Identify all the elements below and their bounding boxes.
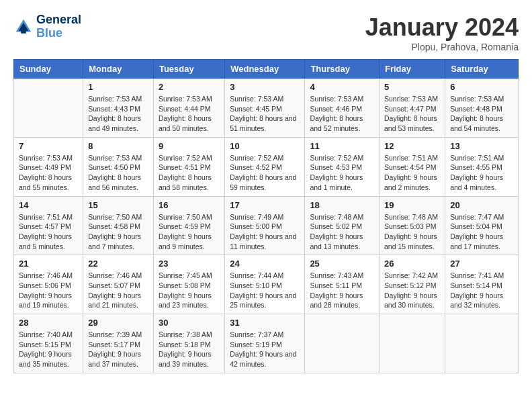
col-tuesday: Tuesday xyxy=(153,60,224,79)
calendar-cell: 15 Sunrise: 7:50 AMSunset: 4:58 PMDaylig… xyxy=(83,196,154,255)
day-info: Sunrise: 7:46 AMSunset: 5:07 PMDaylight:… xyxy=(88,271,148,310)
calendar-cell: 19 Sunrise: 7:48 AMSunset: 5:03 PMDaylig… xyxy=(379,196,445,255)
calendar-cell: 25 Sunrise: 7:43 AMSunset: 5:11 PMDaylig… xyxy=(305,255,380,314)
calendar-cell: 13 Sunrise: 7:51 AMSunset: 4:55 PMDaylig… xyxy=(445,137,519,196)
calendar-cell: 4 Sunrise: 7:53 AMSunset: 4:46 PMDayligh… xyxy=(305,79,380,138)
day-number: 2 xyxy=(159,82,220,92)
day-info: Sunrise: 7:49 AMSunset: 5:00 PMDaylight:… xyxy=(230,212,300,252)
calendar-cell: 21 Sunrise: 7:46 AMSunset: 5:06 PMDaylig… xyxy=(14,255,83,314)
calendar-cell: 29 Sunrise: 7:39 AMSunset: 5:17 PMDaylig… xyxy=(83,314,154,373)
day-number: 20 xyxy=(450,200,513,210)
day-info: Sunrise: 7:53 AMSunset: 4:46 PMDaylight:… xyxy=(310,94,374,134)
calendar-cell: 5 Sunrise: 7:53 AMSunset: 4:47 PMDayligh… xyxy=(379,79,445,138)
day-number: 24 xyxy=(230,259,300,269)
day-info: Sunrise: 7:53 AMSunset: 4:44 PMDaylight:… xyxy=(159,94,220,134)
day-info: Sunrise: 7:53 AMSunset: 4:50 PMDaylight:… xyxy=(88,153,148,193)
day-number: 18 xyxy=(310,200,374,210)
calendar-cell: 17 Sunrise: 7:49 AMSunset: 5:00 PMDaylig… xyxy=(225,196,305,255)
day-number: 15 xyxy=(88,200,148,210)
calendar-cell: 22 Sunrise: 7:46 AMSunset: 5:07 PMDaylig… xyxy=(83,255,154,314)
calendar-cell: 1 Sunrise: 7:53 AMSunset: 4:43 PMDayligh… xyxy=(83,79,154,138)
day-info: Sunrise: 7:42 AMSunset: 5:12 PMDaylight:… xyxy=(384,271,440,310)
calendar-cell: 26 Sunrise: 7:42 AMSunset: 5:12 PMDaylig… xyxy=(379,255,445,314)
day-number: 29 xyxy=(88,318,148,328)
day-info: Sunrise: 7:38 AMSunset: 5:18 PMDaylight:… xyxy=(159,330,220,369)
calendar-cell: 16 Sunrise: 7:50 AMSunset: 4:59 PMDaylig… xyxy=(153,196,224,255)
calendar-cell xyxy=(445,314,519,373)
col-wednesday: Wednesday xyxy=(225,60,305,79)
day-info: Sunrise: 7:45 AMSunset: 5:08 PMDaylight:… xyxy=(159,271,220,310)
day-info: Sunrise: 7:52 AMSunset: 4:51 PMDaylight:… xyxy=(159,153,220,193)
svg-rect-2 xyxy=(21,31,26,34)
day-info: Sunrise: 7:47 AMSunset: 5:04 PMDaylight:… xyxy=(450,212,513,252)
logo-icon xyxy=(13,17,34,37)
day-number: 28 xyxy=(19,318,78,328)
calendar-cell: 7 Sunrise: 7:53 AMSunset: 4:49 PMDayligh… xyxy=(14,137,83,196)
day-info: Sunrise: 7:48 AMSunset: 5:02 PMDaylight:… xyxy=(310,212,374,252)
calendar-header-row: Sunday Monday Tuesday Wednesday Thursday… xyxy=(14,60,519,79)
day-number: 23 xyxy=(159,259,220,269)
day-number: 21 xyxy=(19,259,78,269)
logo: General Blue xyxy=(13,13,81,40)
day-info: Sunrise: 7:53 AMSunset: 4:47 PMDaylight:… xyxy=(384,94,440,134)
day-info: Sunrise: 7:53 AMSunset: 4:43 PMDaylight:… xyxy=(88,94,148,134)
col-monday: Monday xyxy=(83,60,154,79)
logo-blue: Blue xyxy=(36,26,62,40)
calendar-week-5: 28 Sunrise: 7:40 AMSunset: 5:15 PMDaylig… xyxy=(14,314,519,373)
day-number: 10 xyxy=(230,141,300,151)
day-info: Sunrise: 7:51 AMSunset: 4:54 PMDaylight:… xyxy=(384,153,440,193)
day-number: 26 xyxy=(384,259,440,269)
day-number: 27 xyxy=(450,259,513,269)
calendar-cell: 3 Sunrise: 7:53 AMSunset: 4:45 PMDayligh… xyxy=(225,79,305,138)
calendar-week-4: 21 Sunrise: 7:46 AMSunset: 5:06 PMDaylig… xyxy=(14,255,519,314)
day-number: 3 xyxy=(230,82,300,92)
day-number: 19 xyxy=(384,200,440,210)
col-saturday: Saturday xyxy=(445,60,519,79)
day-info: Sunrise: 7:50 AMSunset: 4:58 PMDaylight:… xyxy=(88,212,148,252)
calendar-cell: 12 Sunrise: 7:51 AMSunset: 4:54 PMDaylig… xyxy=(379,137,445,196)
day-number: 12 xyxy=(384,141,440,151)
day-info: Sunrise: 7:53 AMSunset: 4:49 PMDaylight:… xyxy=(19,153,78,193)
day-number: 13 xyxy=(450,141,513,151)
calendar-cell: 11 Sunrise: 7:52 AMSunset: 4:53 PMDaylig… xyxy=(305,137,380,196)
day-number: 14 xyxy=(19,200,78,210)
day-info: Sunrise: 7:51 AMSunset: 4:57 PMDaylight:… xyxy=(19,212,78,252)
day-number: 9 xyxy=(159,141,220,151)
day-info: Sunrise: 7:48 AMSunset: 5:03 PMDaylight:… xyxy=(384,212,440,252)
calendar-cell xyxy=(305,314,380,373)
calendar-week-2: 7 Sunrise: 7:53 AMSunset: 4:49 PMDayligh… xyxy=(14,137,519,196)
calendar-cell: 28 Sunrise: 7:40 AMSunset: 5:15 PMDaylig… xyxy=(14,314,83,373)
day-number: 8 xyxy=(88,141,148,151)
day-number: 31 xyxy=(230,318,300,328)
day-number: 7 xyxy=(19,141,78,151)
col-friday: Friday xyxy=(379,60,445,79)
calendar-cell: 10 Sunrise: 7:52 AMSunset: 4:52 PMDaylig… xyxy=(225,137,305,196)
calendar-cell: 20 Sunrise: 7:47 AMSunset: 5:04 PMDaylig… xyxy=(445,196,519,255)
calendar-cell: 14 Sunrise: 7:51 AMSunset: 4:57 PMDaylig… xyxy=(14,196,83,255)
calendar-cell: 8 Sunrise: 7:53 AMSunset: 4:50 PMDayligh… xyxy=(83,137,154,196)
day-number: 6 xyxy=(450,82,513,92)
day-info: Sunrise: 7:53 AMSunset: 4:45 PMDaylight:… xyxy=(230,94,300,134)
day-info: Sunrise: 7:52 AMSunset: 4:53 PMDaylight:… xyxy=(310,153,374,193)
day-info: Sunrise: 7:44 AMSunset: 5:10 PMDaylight:… xyxy=(230,271,300,310)
day-number: 22 xyxy=(88,259,148,269)
calendar-cell: 9 Sunrise: 7:52 AMSunset: 4:51 PMDayligh… xyxy=(153,137,224,196)
title-section: January 2024 Plopu, Prahova, Romania xyxy=(365,13,519,52)
day-number: 30 xyxy=(159,318,220,328)
day-info: Sunrise: 7:46 AMSunset: 5:06 PMDaylight:… xyxy=(19,271,78,310)
calendar-cell: 6 Sunrise: 7:53 AMSunset: 4:48 PMDayligh… xyxy=(445,79,519,138)
day-number: 1 xyxy=(88,82,148,92)
calendar-cell: 24 Sunrise: 7:44 AMSunset: 5:10 PMDaylig… xyxy=(225,255,305,314)
day-info: Sunrise: 7:37 AMSunset: 5:19 PMDaylight:… xyxy=(230,330,300,369)
calendar-week-3: 14 Sunrise: 7:51 AMSunset: 4:57 PMDaylig… xyxy=(14,196,519,255)
day-number: 4 xyxy=(310,82,374,92)
col-thursday: Thursday xyxy=(305,60,380,79)
location: Plopu, Prahova, Romania xyxy=(365,42,519,52)
day-info: Sunrise: 7:50 AMSunset: 4:59 PMDaylight:… xyxy=(159,212,220,252)
day-number: 25 xyxy=(310,259,374,269)
day-number: 11 xyxy=(310,141,374,151)
day-number: 16 xyxy=(159,200,220,210)
page-header: General Blue January 2024 Plopu, Prahova… xyxy=(13,13,519,52)
day-number: 5 xyxy=(384,82,440,92)
day-info: Sunrise: 7:53 AMSunset: 4:48 PMDaylight:… xyxy=(450,94,513,134)
